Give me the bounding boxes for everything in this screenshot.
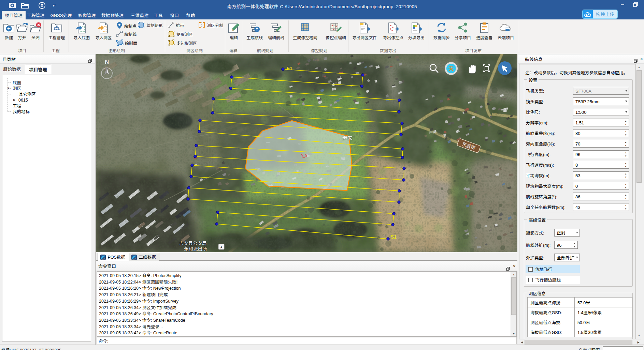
- svg-text:★: ★: [220, 244, 223, 249]
- svg-text:0_0: 0_0: [301, 153, 307, 158]
- svg-text:天: 天: [448, 64, 454, 72]
- svg-text:E1: E1: [287, 66, 292, 71]
- svg-text:N: N: [105, 59, 109, 65]
- svg-text:S1: S1: [391, 234, 397, 240]
- svg-text:尹家: 尹家: [342, 134, 353, 141]
- svg-text:永和派出所: 永和派出所: [184, 245, 207, 252]
